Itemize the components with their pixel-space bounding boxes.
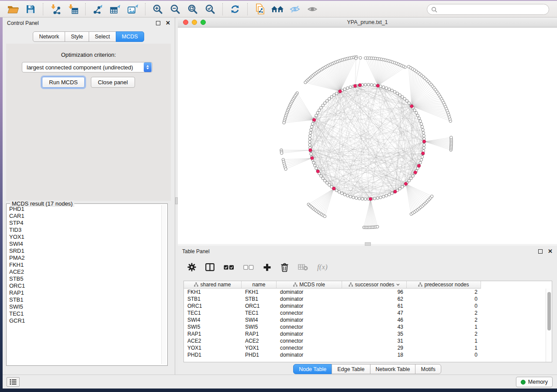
select-all-columns-button[interactable] [224,265,234,270]
mcds-result-list: PHD1CAR1STP4TID3YOX1SWI4SRD1PMA2FKH1ACE2… [8,206,161,364]
mcds-result-item[interactable]: STP4 [8,220,161,227]
import-network-button[interactable] [48,3,62,16]
table-row[interactable]: SWI4SWI4dominator462 [184,316,546,323]
tab-edge-table[interactable]: Edge Table [332,364,370,374]
mcds-result-item[interactable]: ORC1 [8,282,161,289]
table-row[interactable]: PHD1PHD1dominator180 [184,351,546,358]
table-cell: FKH1 [184,289,242,296]
run-mcds-button[interactable]: Run MCDS [42,77,85,88]
mcds-result-item[interactable]: PMA2 [8,254,161,261]
zoom-in-button[interactable] [151,3,165,16]
show-columns-button[interactable] [205,263,214,271]
network-canvas[interactable] [178,28,557,244]
import-table-button[interactable] [66,3,80,16]
mcds-result-item[interactable]: PHD1 [8,206,161,213]
hide-selected-button[interactable] [288,3,302,16]
close-panel-icon[interactable]: ✕ [548,249,553,254]
open-folder-icon [7,4,19,14]
table-settings-button[interactable] [187,263,196,272]
mcds-result-item[interactable]: SWI4 [8,241,161,248]
tab-network[interactable]: Network [33,31,65,42]
tab-style[interactable]: Style [65,31,89,42]
column-header-name[interactable]: name [242,281,277,289]
table-row[interactable]: YOX1YOX1connector291 [184,344,546,351]
delete-column-button[interactable] [280,263,289,272]
mcds-result-item[interactable]: SWI5 [8,303,161,310]
show-all-button[interactable] [305,3,319,16]
column-header-successor-nodes[interactable]: successor nodes [342,281,407,289]
export-image-icon [127,4,138,14]
clone-network-button[interactable] [253,3,267,16]
float-panel-icon[interactable] [538,249,543,254]
table-row[interactable]: RAP1RAP1dominator352 [184,330,546,337]
table-cell: 1 [407,323,481,330]
criterion-dropdown[interactable]: largest connected component (undirected) [22,62,152,72]
create-column-button[interactable] [263,263,271,272]
toolbar-separator [222,3,223,15]
network-graph[interactable] [178,28,557,244]
table-row[interactable]: SWI5SWI5connector431 [184,323,546,330]
table-cell: YOX1 [184,344,242,351]
search-box[interactable] [427,4,549,15]
scrollbar-thumb[interactable] [547,292,551,330]
refresh-layout-button[interactable] [228,3,242,16]
export-image-button[interactable] [126,3,140,16]
node-table-scrollbar[interactable] [546,289,552,362]
node-table-body: FKH1FKH1dominator962STB1STB1dominator620… [184,289,546,362]
tab-network-table[interactable]: Network Table [370,364,416,374]
export-table-button[interactable] [108,3,122,16]
table-row[interactable]: STB1STB1dominator620 [184,296,546,303]
search-icon [431,7,437,13]
mcds-result-item[interactable]: ACE2 [8,268,161,275]
tab-node-table[interactable]: Node Table [293,364,332,374]
float-panel-icon[interactable] [156,21,160,25]
table-cell: ACE2 [242,337,277,344]
tab-motifs[interactable]: Motifs [415,364,441,374]
save-session-button[interactable] [24,3,38,16]
mcds-result-item[interactable]: TID3 [8,227,161,234]
column-header-shared-name[interactable]: shared name [184,281,242,289]
mcds-result-item[interactable]: GCR1 [8,317,161,324]
memory-button[interactable]: Memory [516,377,553,387]
desktop: Control Panel ✕ NetworkStyleSelectMCDS O… [0,0,557,392]
mcds-result-item[interactable]: STB5 [8,275,161,282]
zoom-out-button[interactable] [168,3,182,16]
mcds-result-item[interactable]: YOX1 [8,234,161,241]
table-row[interactable]: TEC1TEC1connector472 [184,309,546,316]
table-row[interactable]: ACE2ACE2connector311 [184,337,546,344]
mcds-result-item[interactable]: TEC1 [8,310,161,317]
checked-boxes-icon [224,265,234,270]
zoom-selected-button[interactable] [203,3,217,16]
network-window: YPA_prune.txt_1 [178,17,557,244]
mcds-result-item[interactable]: STB1 [8,296,161,303]
tab-mcds[interactable]: MCDS [116,31,144,42]
column-header-predecessor-nodes[interactable]: predecessor nodes [407,281,481,289]
first-neighbors-button[interactable] [270,3,284,16]
close-panel-button[interactable]: Close panel [91,77,135,88]
function-builder-button-disabled[interactable]: f(x) [317,263,328,272]
tab-select[interactable]: Select [89,31,116,42]
mcds-result-item[interactable]: FKH1 [8,261,161,268]
table-cell: ACE2 [184,337,242,344]
close-panel-icon[interactable]: ✕ [166,21,170,25]
mcds-result-item[interactable]: CAR1 [8,213,161,220]
delete-table-button-disabled[interactable] [298,264,308,271]
open-session-button[interactable] [6,3,20,16]
table-cell: PHD1 [184,351,242,358]
eye-icon [307,5,318,14]
mcds-result-item[interactable]: SRD1 [8,248,161,254]
column-header-mcds-role[interactable]: MCDS role [277,281,342,289]
table-cell: PHD1 [242,351,277,358]
table-cell: 29 [342,344,407,351]
mcds-result-item[interactable]: RAP1 [8,289,161,296]
mcds-list-scrollbar[interactable] [161,205,166,364]
splitter-grip[interactable] [365,242,371,246]
table-row[interactable]: ORC1ORC1dominator610 [184,303,546,309]
table-cell: SWI5 [184,323,242,330]
zoom-fit-button[interactable] [186,3,200,16]
search-input[interactable] [439,7,545,13]
unselect-all-columns-button[interactable] [243,265,254,270]
export-network-button[interactable] [91,3,105,16]
table-row[interactable]: FKH1FKH1dominator962 [184,289,546,296]
task-history-button[interactable] [7,377,20,387]
